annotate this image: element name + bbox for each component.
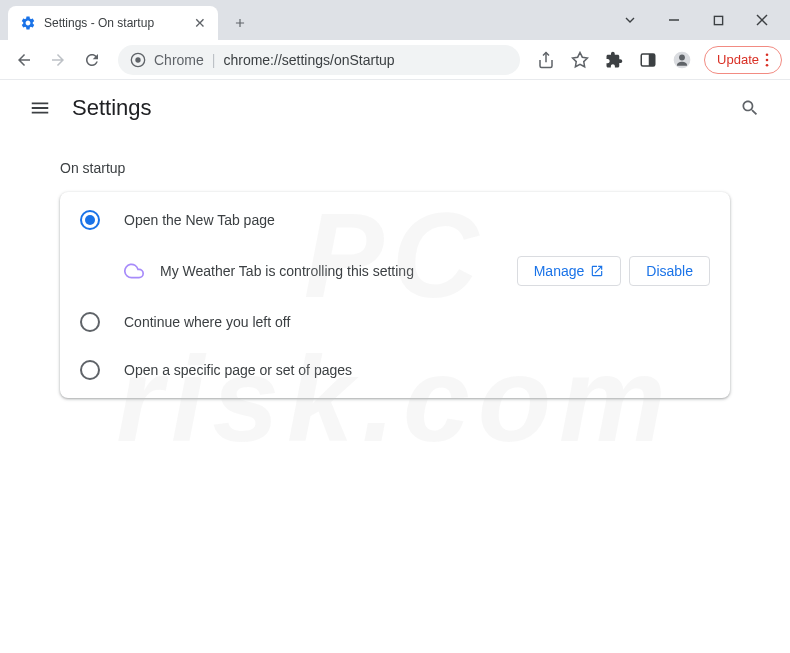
update-button[interactable]: Update	[704, 46, 782, 74]
tab-title: Settings - On startup	[44, 16, 154, 30]
svg-point-12	[766, 53, 769, 56]
settings-content: On startup Open the New Tab page My Weat…	[0, 136, 790, 422]
close-button[interactable]	[742, 6, 782, 34]
omnibox-url: chrome://settings/onStartup	[223, 52, 394, 68]
chevron-down-icon[interactable]	[610, 6, 650, 34]
svg-point-11	[679, 54, 685, 60]
extension-notice: My Weather Tab is controlling this setti…	[60, 244, 730, 298]
browser-tab[interactable]: Settings - On startup ✕	[8, 6, 218, 40]
reload-button[interactable]	[76, 44, 108, 76]
settings-header: Settings	[0, 80, 790, 136]
svg-marker-7	[573, 52, 588, 66]
svg-rect-1	[714, 16, 722, 24]
browser-toolbar: Chrome | chrome://settings/onStartup Upd…	[0, 40, 790, 80]
option-label: Open a specific page or set of pages	[124, 362, 352, 378]
cloud-icon	[124, 261, 144, 281]
disable-button[interactable]: Disable	[629, 256, 710, 286]
window-controls	[610, 6, 790, 40]
option-continue[interactable]: Continue where you left off	[60, 298, 730, 346]
page-title: Settings	[72, 95, 152, 121]
address-bar[interactable]: Chrome | chrome://settings/onStartup	[118, 45, 520, 75]
svg-point-14	[766, 63, 769, 66]
minimize-button[interactable]	[654, 6, 694, 34]
startup-options-card: Open the New Tab page My Weather Tab is …	[60, 192, 730, 398]
maximize-button[interactable]	[698, 6, 738, 34]
chrome-icon	[130, 52, 146, 68]
bookmark-icon[interactable]	[564, 44, 596, 76]
manage-button[interactable]: Manage	[517, 256, 622, 286]
share-icon[interactable]	[530, 44, 562, 76]
radio-unselected[interactable]	[80, 360, 100, 380]
back-button[interactable]	[8, 44, 40, 76]
gear-icon	[20, 15, 36, 31]
menu-button[interactable]	[20, 88, 60, 128]
new-tab-button[interactable]	[226, 9, 254, 37]
forward-button[interactable]	[42, 44, 74, 76]
option-label: Open the New Tab page	[124, 212, 275, 228]
more-icon	[765, 53, 769, 67]
extensions-icon[interactable]	[598, 44, 630, 76]
extension-actions: Manage Disable	[517, 256, 710, 286]
omnibox-prefix: Chrome	[154, 52, 204, 68]
svg-point-5	[135, 57, 140, 62]
extension-text: My Weather Tab is controlling this setti…	[160, 263, 501, 279]
svg-rect-9	[649, 54, 655, 66]
radio-unselected[interactable]	[80, 312, 100, 332]
profile-icon[interactable]	[666, 44, 698, 76]
svg-point-13	[766, 58, 769, 61]
section-title: On startup	[60, 160, 730, 176]
sidepanel-icon[interactable]	[632, 44, 664, 76]
option-specific-pages[interactable]: Open a specific page or set of pages	[60, 346, 730, 394]
radio-selected[interactable]	[80, 210, 100, 230]
option-label: Continue where you left off	[124, 314, 290, 330]
search-button[interactable]	[730, 88, 770, 128]
close-icon[interactable]: ✕	[194, 15, 206, 31]
omnibox-separator: |	[212, 52, 216, 68]
option-new-tab[interactable]: Open the New Tab page	[60, 196, 730, 244]
external-link-icon	[590, 264, 604, 278]
title-bar: Settings - On startup ✕	[0, 0, 790, 40]
